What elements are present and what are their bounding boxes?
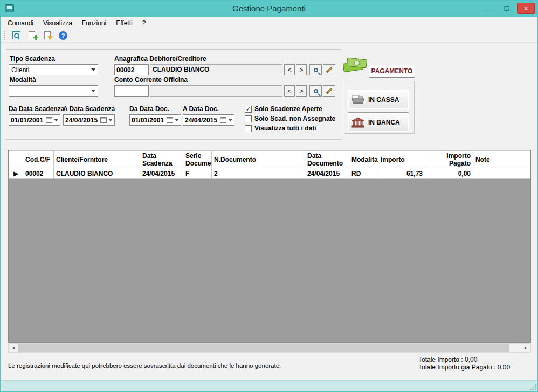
money-icon (342, 56, 368, 75)
conto-code-input[interactable] (114, 85, 149, 97)
totale-importo-pagato: Totale Importo già Pagato : 0,00 (418, 363, 510, 371)
col-header-serie-documento[interactable]: Serie Documen (183, 151, 212, 168)
bank-icon (351, 116, 365, 128)
search-icon (314, 89, 318, 93)
checkbox-visualizza-tutti[interactable]: Visualizza tutti i dati (245, 125, 316, 132)
scroll-left-button[interactable]: ◄ (9, 344, 18, 352)
conto-edit-button[interactable] (323, 85, 335, 97)
cell-modalita[interactable]: RD (349, 168, 378, 179)
new-record-button[interactable] (26, 30, 37, 41)
scroll-left-icon: ◄ (11, 346, 16, 350)
window-controls: – □ × (478, 3, 535, 14)
col-header-note[interactable]: Note (473, 151, 532, 168)
checkbox-box[interactable] (245, 115, 252, 122)
conto-prev-button[interactable]: < (284, 85, 295, 97)
cell-data-documento[interactable]: 24/04/2015 (305, 168, 349, 179)
da-data-scadenza-value: 01/01/2001 (11, 116, 46, 124)
anagrafica-search-button[interactable] (309, 64, 322, 75)
col-header-cliente-fornitore[interactable]: Cliente/Fornitore (54, 151, 140, 168)
chevron-down-icon[interactable] (54, 119, 58, 121)
col-header-cod-cf[interactable]: Cod.C/F (23, 151, 54, 168)
col-header-importo[interactable]: Importo (378, 151, 425, 168)
cell-n-documento[interactable]: 2 (212, 168, 305, 179)
chevron-down-icon[interactable] (89, 65, 98, 75)
menu-item-funzioni[interactable]: Funzioni (77, 18, 111, 29)
row-selector-cell[interactable]: ▶ (9, 168, 23, 179)
col-header-modalita[interactable]: Modalità (349, 151, 378, 168)
payments-grid: Cod.C/F Cliente/Fornitore Data Scadenza … (9, 150, 531, 179)
titlebar[interactable]: Gestione Pagamenti – □ × (1, 1, 537, 17)
cell-importo-pagato[interactable]: 0,00 (425, 168, 473, 179)
conto-next-button[interactable]: > (296, 85, 307, 97)
tipo-scadenza-select[interactable]: Clienti (9, 64, 98, 75)
warning-text: Le registrazioni modificate qui potrebbe… (8, 362, 281, 369)
maximize-button[interactable]: □ (498, 3, 515, 14)
cell-cod-cf[interactable]: 00002 (23, 168, 54, 179)
menu-item-effetti[interactable]: Effetti (111, 18, 137, 29)
tipo-scadenza-label: Tipo Scadenza (10, 55, 55, 63)
anagrafica-label: Anagrafica Debitore/Creditore (114, 55, 206, 63)
checkbox-box[interactable]: ✓ (245, 106, 252, 113)
minimize-button[interactable]: – (478, 3, 496, 14)
menu-item-help[interactable]: ? (137, 18, 151, 29)
cell-note[interactable] (473, 168, 532, 179)
a-data-scadenza-label: A Data Scadenza (63, 105, 115, 113)
scrollbar-track[interactable] (509, 344, 521, 352)
filter-button[interactable] (42, 30, 53, 41)
scrollbar-thumb[interactable] (18, 344, 509, 352)
find-button[interactable] (11, 30, 22, 41)
a-data-doc-picker[interactable]: 24/04/2015 (183, 114, 234, 126)
cell-cliente-fornitore[interactable]: CLAUDIO BIANCO (54, 168, 140, 179)
anagrafica-code-input[interactable] (114, 64, 149, 75)
chevron-down-icon[interactable] (175, 119, 179, 121)
help-button[interactable]: ? (58, 30, 68, 41)
chevron-down-icon[interactable] (228, 119, 232, 121)
in-banca-label: IN BANCA (368, 119, 400, 126)
totale-importo: Totale Importo : 0,00 (418, 356, 510, 363)
chevron-down-icon[interactable] (108, 119, 113, 121)
close-button[interactable]: × (517, 3, 535, 14)
col-header-importo-pagato[interactable]: Importo Pagato (425, 151, 473, 168)
modalita-select[interactable] (9, 85, 98, 97)
scroll-right-icon: ► (524, 346, 528, 350)
in-cassa-button[interactable]: IN CASSA (348, 90, 409, 109)
menu-item-comandi[interactable]: Comandi (3, 18, 38, 29)
col-header-n-documento[interactable]: N.Documento (212, 151, 305, 168)
statusbar (1, 380, 537, 391)
pagamento-label: PAGAMENTO (369, 65, 415, 78)
scroll-right-button[interactable]: ► (521, 344, 530, 352)
menubar: Comandi Visualizza Funzioni Effetti ? (1, 17, 537, 29)
cell-data-scadenza[interactable]: 24/04/2015 (140, 168, 183, 179)
anagrafica-prev-button[interactable]: < (284, 64, 295, 75)
calendar-icon (220, 117, 226, 123)
grid-row[interactable]: ▶ 00002 CLAUDIO BIANCO 24/04/2015 F 2 24… (9, 168, 532, 179)
checkbox-box[interactable] (245, 125, 252, 132)
col-header-data-documento[interactable]: Data Documento (305, 151, 349, 168)
modalita-label: Modalità (10, 76, 36, 84)
horizontal-scrollbar[interactable]: ◄ ► (8, 343, 531, 353)
col-header-data-scadenza[interactable]: Data Scadenza (140, 151, 183, 168)
conto-search-button[interactable] (309, 85, 322, 97)
menu-item-visualizza[interactable]: Visualizza (38, 18, 77, 29)
totals: Totale Importo : 0,00 Totale Importo già… (418, 356, 510, 371)
filter-panel: Tipo Scadenza Clienti Modalità Anagrafic… (6, 49, 341, 140)
da-data-scadenza-label: Da Data Scadenza (9, 105, 64, 113)
calendar-icon (167, 117, 173, 123)
a-data-scadenza-picker[interactable]: 24/04/2015 (63, 114, 115, 126)
da-data-scadenza-picker[interactable]: 01/01/2001 (9, 114, 60, 126)
chevron-down-icon[interactable] (89, 86, 98, 96)
checkbox-solo-scad-non-assegnate[interactable]: Solo Scad. non Assegnate (245, 115, 335, 122)
checkbox-label: Solo Scad. non Assegnate (254, 115, 335, 122)
in-banca-button[interactable]: IN BANCA (348, 112, 409, 132)
a-data-doc-value: 24/04/2015 (185, 116, 220, 124)
cell-serie-documento[interactable]: F (183, 168, 212, 179)
resize-grip[interactable] (529, 383, 536, 390)
checkbox-solo-scadenze-aperte[interactable]: ✓ Solo Scadenze Aperte (245, 105, 322, 113)
anagrafica-next-button[interactable]: > (296, 64, 307, 75)
da-data-doc-picker[interactable]: 01/01/2001 (129, 114, 181, 126)
find-icon (12, 31, 20, 39)
grid-corner-cell[interactable] (9, 151, 23, 168)
help-icon: ? (59, 31, 67, 40)
anagrafica-edit-button[interactable] (323, 64, 335, 75)
cell-importo[interactable]: 61,73 (378, 168, 425, 179)
